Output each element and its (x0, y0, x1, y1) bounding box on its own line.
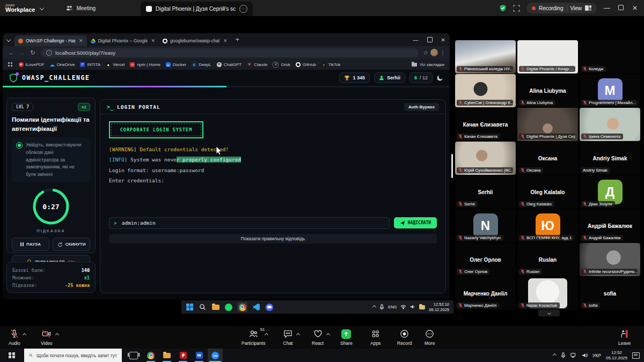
taskbar-word[interactable]: W (192, 349, 207, 362)
browser-maximize-button[interactable] (427, 37, 433, 42)
windows-search-box[interactable]: Щоби почати пошук, введіть запит тут (24, 349, 122, 362)
start-button[interactable] (186, 303, 194, 311)
participant-tile[interactable]: RuslanRuslan (517, 243, 578, 276)
credentials-input-box[interactable]: > (109, 217, 390, 229)
participant-tile[interactable]: Alina LiubymaAlina Liubyma (517, 74, 578, 107)
security-shield-icon[interactable] (499, 4, 507, 12)
file-explorer-icon[interactable] (211, 303, 219, 311)
tab-meeting[interactable]: Meeting (66, 5, 96, 12)
tab-close-icon[interactable]: ✕ (223, 38, 228, 43)
taskbar-explorer[interactable] (159, 349, 174, 362)
video-options-chevron[interactable] (55, 333, 59, 337)
audio-options-chevron[interactable] (23, 333, 26, 337)
participant-tile[interactable]: ОксанаОксана (517, 142, 578, 175)
notification-center-icon[interactable] (632, 352, 640, 359)
participants-options-chevron[interactable] (265, 333, 268, 337)
windows-start-button[interactable] (0, 349, 24, 362)
tab-shared-screen[interactable]: Digital Phoenix | Дузя Сергій's sc ··· (141, 2, 253, 16)
url-bar[interactable]: i localhost:5000/play/7/easy (41, 48, 419, 57)
tab-close-icon[interactable]: ✕ (79, 38, 83, 43)
all-bookmarks-button[interactable]: Усі закладки (412, 62, 444, 67)
view-label[interactable]: View (570, 5, 582, 11)
submit-button[interactable]: НАДІСЛАТИ (394, 217, 437, 228)
chat-options-chevron[interactable] (296, 333, 300, 337)
taskbar-media-app[interactable] (175, 349, 191, 362)
browser-tab-github[interactable]: googlebume/owasp-challange ✕ (159, 35, 231, 46)
audio-button[interactable]: Audio (9, 329, 20, 346)
browser-tab-owasp[interactable]: OWASP Challenge - Навчанн ✕ (14, 35, 87, 46)
video-button[interactable]: Video (41, 329, 53, 346)
participant-tile[interactable]: Качан ЄлизаветаКачан Єлизавета (455, 108, 516, 141)
participant-tile[interactable]: CyberCat | Олександр К... (455, 74, 516, 107)
participant-tile[interactable]: Digital Phoenix / Кочур ... (517, 40, 578, 73)
participant-tile[interactable]: Digital Phoenix | Дузя Сергій (517, 108, 578, 141)
apps-button[interactable]: Apps (370, 329, 380, 346)
bookmark-star-icon[interactable]: ☆ (423, 49, 428, 56)
network-icon[interactable] (570, 353, 577, 358)
shared-clock[interactable]: 12:52:1005.12.2025 (429, 302, 449, 312)
tray-expand-icon[interactable] (553, 353, 557, 357)
bookmark-ilovepdf[interactable]: ♥iLovePDF (19, 62, 45, 67)
tab-more-icon[interactable]: ··· (239, 5, 247, 13)
close-button[interactable]: ✕ (631, 4, 639, 12)
wifi-icon[interactable] (400, 305, 406, 309)
reset-button[interactable]: СКИНУТИ (53, 238, 90, 251)
participant-tile[interactable]: Andriy SimakAndriy Simak (580, 142, 640, 175)
bookmark-claude[interactable]: ✳Claude (247, 62, 267, 67)
leave-button[interactable]: Leave (618, 329, 631, 346)
bookmark-github[interactable]: GitHub (296, 62, 316, 67)
profile-avatar[interactable] (430, 49, 438, 56)
tray-expand-icon[interactable] (372, 305, 376, 309)
browser-close-button[interactable]: ✕ (441, 37, 445, 43)
participant-tile[interactable]: ДДіма Зозуля (580, 175, 640, 209)
more-button[interactable]: More (425, 329, 435, 346)
browser-menu-icon[interactable]: ⋮ (440, 50, 445, 56)
participant-tile[interactable]: Рівненський коледж НУ... (455, 40, 516, 73)
react-button[interactable]: React (312, 329, 324, 346)
participant-tile[interactable]: Олег ОрловОлег Орлов (455, 243, 516, 276)
task-view-icon[interactable] (129, 352, 138, 359)
reveal-answer-button[interactable]: Показати правильну відповідь (109, 234, 437, 243)
speaker-icon[interactable] (410, 305, 415, 309)
search-icon[interactable] (199, 303, 207, 311)
forward-icon[interactable]: → (18, 49, 26, 56)
participant-tile[interactable]: MProgrammers | Михайл... (580, 74, 640, 107)
bookmark-deepl[interactable]: dDeepL (192, 62, 211, 67)
tab-close-icon[interactable]: ✕ (151, 38, 156, 43)
participants-scrollbar[interactable] (451, 154, 453, 178)
participant-tile[interactable]: Андрій БажалюкАндрій Бажалюк (580, 209, 640, 242)
chat-button[interactable]: Chat (283, 329, 293, 346)
chrome-icon[interactable] (237, 302, 247, 312)
language-indicator[interactable]: УКР (592, 353, 601, 358)
reload-icon[interactable]: ↻ (28, 49, 37, 56)
taskbar-chrome[interactable] (143, 349, 158, 362)
participant-tile[interactable]: Nazar Kozachuk (517, 277, 578, 310)
participant-tile[interactable]: Марченко ДаніїлМарченко Даніїл (455, 277, 516, 310)
credentials-input[interactable] (121, 219, 385, 226)
participant-tile[interactable]: Коледж (580, 40, 640, 73)
bookmark-vercel[interactable]: ▲Vercel (106, 62, 125, 67)
chevron-down-icon[interactable] (40, 6, 44, 10)
view-grid-icon[interactable] (585, 5, 591, 11)
volume-icon[interactable] (582, 353, 588, 358)
apps-grid-icon[interactable] (8, 62, 12, 67)
share-button[interactable]: Share (340, 329, 353, 346)
tray-folder-icon[interactable] (419, 305, 425, 309)
discord-icon[interactable] (265, 303, 273, 311)
site-info-icon[interactable]: i (46, 50, 52, 56)
participant-tile[interactable]: Ірина Семенюта (580, 108, 640, 141)
taskbar-zoom[interactable]: zm (208, 349, 223, 362)
new-tab-button[interactable]: + (236, 36, 239, 43)
vscode-icon[interactable] (252, 303, 260, 311)
user-badge[interactable]: Serhii (374, 72, 405, 83)
mic-icon[interactable] (379, 304, 384, 311)
spotify-icon[interactable] (224, 303, 232, 311)
pause-button[interactable]: ПАУЗА (12, 238, 49, 251)
participants-collapse-button[interactable] (538, 309, 560, 316)
dark-mode-moon-icon[interactable] (437, 75, 443, 81)
tab-search-chevron-icon[interactable] (6, 38, 11, 42)
minimize-button[interactable]: — (603, 4, 611, 12)
fullscreen-corners-icon[interactable] (513, 5, 520, 12)
mic-tray-icon[interactable] (561, 352, 566, 359)
participant-tile[interactable]: ЮВСП ГЕМФК КНУ, ауд 1 (517, 209, 578, 242)
